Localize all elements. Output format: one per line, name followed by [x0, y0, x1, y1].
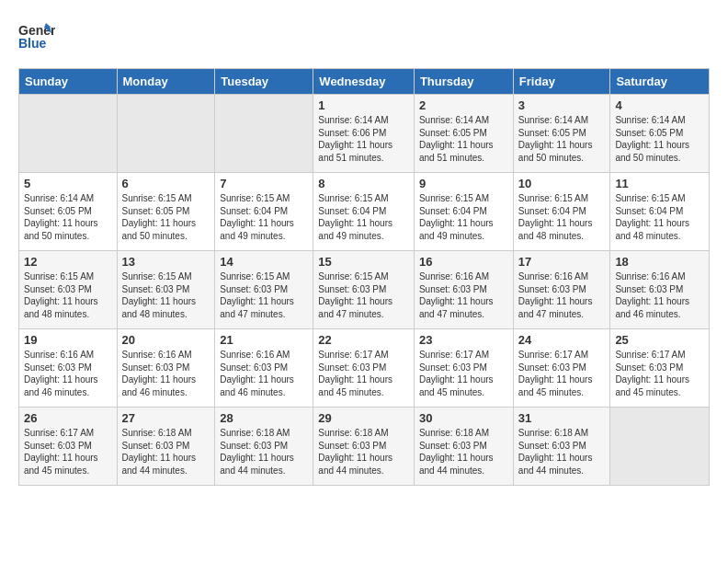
- day-number: 16: [419, 255, 508, 269]
- cell-data: Sunrise: 6:17 AM Sunset: 6:03 PM Dayligh…: [518, 349, 606, 398]
- column-header-tuesday: Tuesday: [215, 69, 313, 95]
- calendar-cell: 29Sunrise: 6:18 AM Sunset: 6:03 PM Dayli…: [313, 408, 415, 486]
- cell-data: Sunrise: 6:16 AM Sunset: 6:03 PM Dayligh…: [122, 349, 210, 398]
- day-number: 20: [122, 333, 210, 347]
- cell-data: Sunrise: 6:15 AM Sunset: 6:03 PM Dayligh…: [220, 270, 308, 320]
- cell-data: Sunrise: 6:15 AM Sunset: 6:03 PM Dayligh…: [122, 270, 210, 320]
- day-number: 2: [419, 98, 508, 112]
- page-header: General Blue: [18, 18, 710, 59]
- cell-data: Sunrise: 6:17 AM Sunset: 6:03 PM Dayligh…: [419, 349, 508, 398]
- day-number: 10: [518, 177, 606, 190]
- logo: General Blue: [18, 18, 55, 59]
- svg-text:Blue: Blue: [18, 36, 47, 51]
- calendar-cell: 4Sunrise: 6:14 AM Sunset: 6:05 PM Daylig…: [610, 95, 710, 173]
- cell-data: Sunrise: 6:15 AM Sunset: 6:04 PM Dayligh…: [419, 192, 508, 242]
- calendar-cell: 6Sunrise: 6:15 AM Sunset: 6:05 PM Daylig…: [117, 173, 215, 251]
- calendar-cell: 10Sunrise: 6:15 AM Sunset: 6:04 PM Dayli…: [513, 173, 610, 251]
- day-number: 13: [122, 255, 210, 269]
- cell-data: Sunrise: 6:14 AM Sunset: 6:05 PM Dayligh…: [615, 114, 704, 164]
- cell-data: Sunrise: 6:18 AM Sunset: 6:03 PM Dayligh…: [220, 427, 308, 477]
- calendar-table: SundayMondayTuesdayWednesdayThursdayFrid…: [18, 68, 710, 486]
- day-number: 29: [318, 411, 409, 425]
- cell-data: Sunrise: 6:16 AM Sunset: 6:03 PM Dayligh…: [220, 349, 308, 398]
- calendar-header-row: SundayMondayTuesdayWednesdayThursdayFrid…: [19, 69, 710, 95]
- cell-data: Sunrise: 6:15 AM Sunset: 6:03 PM Dayligh…: [24, 270, 112, 320]
- day-number: 19: [24, 333, 112, 347]
- calendar-cell: 14Sunrise: 6:15 AM Sunset: 6:03 PM Dayli…: [215, 251, 313, 329]
- calendar-week-1: 1Sunrise: 6:14 AM Sunset: 6:06 PM Daylig…: [19, 95, 710, 173]
- cell-data: Sunrise: 6:18 AM Sunset: 6:03 PM Dayligh…: [518, 427, 606, 477]
- cell-data: Sunrise: 6:16 AM Sunset: 6:03 PM Dayligh…: [24, 349, 112, 398]
- calendar-week-2: 5Sunrise: 6:14 AM Sunset: 6:05 PM Daylig…: [19, 173, 710, 251]
- calendar-cell: [117, 95, 215, 173]
- day-number: 1: [318, 98, 409, 112]
- cell-data: Sunrise: 6:16 AM Sunset: 6:03 PM Dayligh…: [419, 270, 508, 320]
- cell-data: Sunrise: 6:15 AM Sunset: 6:04 PM Dayligh…: [220, 192, 308, 242]
- cell-data: Sunrise: 6:15 AM Sunset: 6:04 PM Dayligh…: [615, 192, 704, 242]
- logo-icon: General Blue: [18, 18, 55, 59]
- calendar-cell: 16Sunrise: 6:16 AM Sunset: 6:03 PM Dayli…: [414, 251, 513, 329]
- day-number: 15: [318, 255, 409, 269]
- cell-data: Sunrise: 6:15 AM Sunset: 6:04 PM Dayligh…: [318, 192, 409, 242]
- day-number: 18: [615, 255, 704, 269]
- day-number: 31: [518, 411, 606, 425]
- cell-data: Sunrise: 6:16 AM Sunset: 6:03 PM Dayligh…: [518, 270, 606, 320]
- day-number: 21: [220, 333, 308, 347]
- day-number: 24: [518, 333, 606, 347]
- calendar-cell: 22Sunrise: 6:17 AM Sunset: 6:03 PM Dayli…: [313, 329, 415, 408]
- calendar-cell: 23Sunrise: 6:17 AM Sunset: 6:03 PM Dayli…: [414, 329, 513, 408]
- day-number: 6: [122, 177, 210, 190]
- cell-data: Sunrise: 6:17 AM Sunset: 6:03 PM Dayligh…: [24, 427, 112, 477]
- day-number: 5: [24, 177, 112, 190]
- calendar-cell: 12Sunrise: 6:15 AM Sunset: 6:03 PM Dayli…: [19, 251, 118, 329]
- day-number: 27: [122, 411, 210, 425]
- cell-data: Sunrise: 6:14 AM Sunset: 6:05 PM Dayligh…: [419, 114, 508, 164]
- day-number: 4: [615, 98, 704, 112]
- day-number: 23: [419, 333, 508, 347]
- calendar-cell: 24Sunrise: 6:17 AM Sunset: 6:03 PM Dayli…: [513, 329, 610, 408]
- calendar-cell: [215, 95, 313, 173]
- cell-data: Sunrise: 6:18 AM Sunset: 6:03 PM Dayligh…: [419, 427, 508, 477]
- cell-data: Sunrise: 6:15 AM Sunset: 6:04 PM Dayligh…: [518, 192, 606, 242]
- calendar-cell: [610, 408, 710, 486]
- cell-data: Sunrise: 6:14 AM Sunset: 6:05 PM Dayligh…: [24, 192, 112, 242]
- column-header-monday: Monday: [117, 69, 215, 95]
- day-number: 3: [518, 98, 606, 112]
- calendar-week-3: 12Sunrise: 6:15 AM Sunset: 6:03 PM Dayli…: [19, 251, 710, 329]
- calendar-cell: 25Sunrise: 6:17 AM Sunset: 6:03 PM Dayli…: [610, 329, 710, 408]
- calendar-cell: 17Sunrise: 6:16 AM Sunset: 6:03 PM Dayli…: [513, 251, 610, 329]
- calendar-cell: 19Sunrise: 6:16 AM Sunset: 6:03 PM Dayli…: [19, 329, 118, 408]
- day-number: 30: [419, 411, 508, 425]
- cell-data: Sunrise: 6:17 AM Sunset: 6:03 PM Dayligh…: [615, 349, 704, 398]
- column-header-thursday: Thursday: [414, 69, 513, 95]
- calendar-cell: 15Sunrise: 6:15 AM Sunset: 6:03 PM Dayli…: [313, 251, 415, 329]
- calendar-cell: 18Sunrise: 6:16 AM Sunset: 6:03 PM Dayli…: [610, 251, 710, 329]
- day-number: 12: [24, 255, 112, 269]
- cell-data: Sunrise: 6:16 AM Sunset: 6:03 PM Dayligh…: [615, 270, 704, 320]
- calendar-cell: 2Sunrise: 6:14 AM Sunset: 6:05 PM Daylig…: [414, 95, 513, 173]
- column-header-saturday: Saturday: [610, 69, 710, 95]
- day-number: 26: [24, 411, 112, 425]
- day-number: 11: [615, 177, 704, 190]
- calendar-cell: 21Sunrise: 6:16 AM Sunset: 6:03 PM Dayli…: [215, 329, 313, 408]
- calendar-week-4: 19Sunrise: 6:16 AM Sunset: 6:03 PM Dayli…: [19, 329, 710, 408]
- calendar-cell: 20Sunrise: 6:16 AM Sunset: 6:03 PM Dayli…: [117, 329, 215, 408]
- calendar-cell: 1Sunrise: 6:14 AM Sunset: 6:06 PM Daylig…: [313, 95, 415, 173]
- calendar-cell: 28Sunrise: 6:18 AM Sunset: 6:03 PM Dayli…: [215, 408, 313, 486]
- column-header-wednesday: Wednesday: [313, 69, 415, 95]
- calendar-cell: 31Sunrise: 6:18 AM Sunset: 6:03 PM Dayli…: [513, 408, 610, 486]
- cell-data: Sunrise: 6:15 AM Sunset: 6:05 PM Dayligh…: [122, 192, 210, 242]
- day-number: 14: [220, 255, 308, 269]
- column-header-friday: Friday: [513, 69, 610, 95]
- cell-data: Sunrise: 6:18 AM Sunset: 6:03 PM Dayligh…: [318, 427, 409, 477]
- day-number: 8: [318, 177, 409, 190]
- day-number: 9: [419, 177, 508, 190]
- day-number: 22: [318, 333, 409, 347]
- column-header-sunday: Sunday: [19, 69, 118, 95]
- calendar-cell: 30Sunrise: 6:18 AM Sunset: 6:03 PM Dayli…: [414, 408, 513, 486]
- calendar-cell: 11Sunrise: 6:15 AM Sunset: 6:04 PM Dayli…: [610, 173, 710, 251]
- calendar-cell: 13Sunrise: 6:15 AM Sunset: 6:03 PM Dayli…: [117, 251, 215, 329]
- day-number: 28: [220, 411, 308, 425]
- cell-data: Sunrise: 6:15 AM Sunset: 6:03 PM Dayligh…: [318, 270, 409, 320]
- cell-data: Sunrise: 6:14 AM Sunset: 6:05 PM Dayligh…: [518, 114, 606, 164]
